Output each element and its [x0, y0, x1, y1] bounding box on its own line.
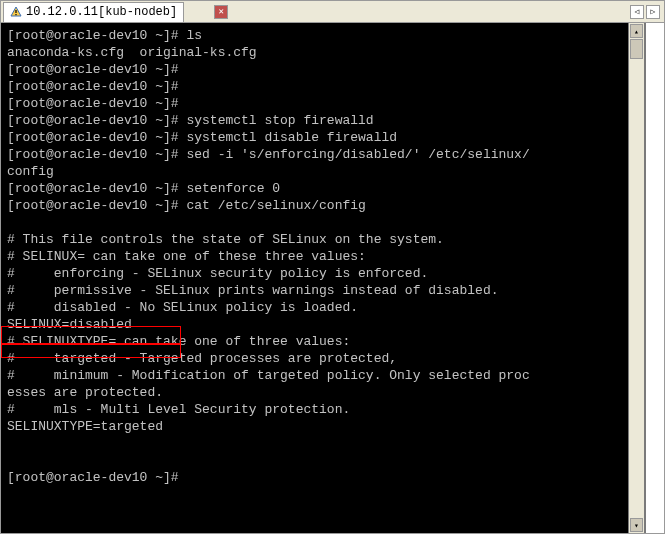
- terminal-line: [root@oracle-dev10 ~]# systemctl disable…: [7, 130, 397, 145]
- terminal-line: [root@oracle-dev10 ~]#: [7, 96, 179, 111]
- warning-icon: [10, 6, 22, 18]
- terminal-line: # minimum - Modification of targeted pol…: [7, 368, 530, 383]
- terminal-line: # targeted - Targeted processes are prot…: [7, 351, 397, 366]
- side-panel: [644, 23, 664, 533]
- terminal-line: [root@oracle-dev10 ~]# setenforce 0: [7, 181, 280, 196]
- terminal-line: anaconda-ks.cfg original-ks.cfg: [7, 45, 257, 60]
- terminal-line: config: [7, 164, 54, 179]
- terminal-line: # enforcing - SELinux security policy is…: [7, 266, 428, 281]
- terminal-line: [root@oracle-dev10 ~]#: [7, 62, 179, 77]
- terminal-line: [root@oracle-dev10 ~]# ls: [7, 28, 202, 43]
- scroll-up-button[interactable]: ▴: [630, 24, 643, 38]
- terminal-line: SELINUXTYPE=targeted: [7, 419, 163, 434]
- terminal-area: [root@oracle-dev10 ~]# ls anaconda-ks.cf…: [1, 23, 664, 533]
- close-tab-button[interactable]: ✕: [214, 5, 228, 19]
- scrollbar[interactable]: ▴ ▾: [628, 23, 644, 533]
- terminal-line: esses are protected.: [7, 385, 163, 400]
- terminal-line: # mls - Multi Level Security protection.: [7, 402, 350, 417]
- terminal-line: [root@oracle-dev10 ~]#: [7, 79, 179, 94]
- tab-session[interactable]: 10.12.0.11[kub-nodeb]: [3, 2, 184, 22]
- tab-next-button[interactable]: ▷: [646, 5, 660, 19]
- window: 10.12.0.11[kub-nodeb] ✕ ◁ ▷ [root@oracle…: [0, 0, 665, 534]
- terminal-line: SELINUX=disabled: [7, 317, 132, 332]
- terminal-line: [root@oracle-dev10 ~]# systemctl stop fi…: [7, 113, 374, 128]
- scroll-down-button[interactable]: ▾: [630, 518, 643, 532]
- terminal-line: [root@oracle-dev10 ~]#: [7, 470, 179, 485]
- terminal-line: # SELINUXTYPE= can take one of three val…: [7, 334, 350, 349]
- tab-prev-button[interactable]: ◁: [630, 5, 644, 19]
- terminal-line: # disabled - No SELinux policy is loaded…: [7, 300, 358, 315]
- terminal-line: # permissive - SELinux prints warnings i…: [7, 283, 498, 298]
- tab-bar: 10.12.0.11[kub-nodeb] ✕ ◁ ▷: [1, 1, 664, 23]
- tab-nav: ◁ ▷: [630, 5, 660, 19]
- tab-title: 10.12.0.11[kub-nodeb]: [26, 5, 177, 19]
- terminal-line: # This file controls the state of SELinu…: [7, 232, 444, 247]
- terminal-line: # SELINUX= can take one of these three v…: [7, 249, 366, 264]
- terminal[interactable]: [root@oracle-dev10 ~]# ls anaconda-ks.cf…: [1, 23, 628, 533]
- terminal-line: [root@oracle-dev10 ~]# cat /etc/selinux/…: [7, 198, 366, 213]
- scroll-thumb[interactable]: [630, 39, 643, 59]
- svg-rect-1: [15, 10, 16, 13]
- svg-rect-2: [15, 14, 16, 15]
- terminal-line: [root@oracle-dev10 ~]# sed -i 's/enforci…: [7, 147, 530, 162]
